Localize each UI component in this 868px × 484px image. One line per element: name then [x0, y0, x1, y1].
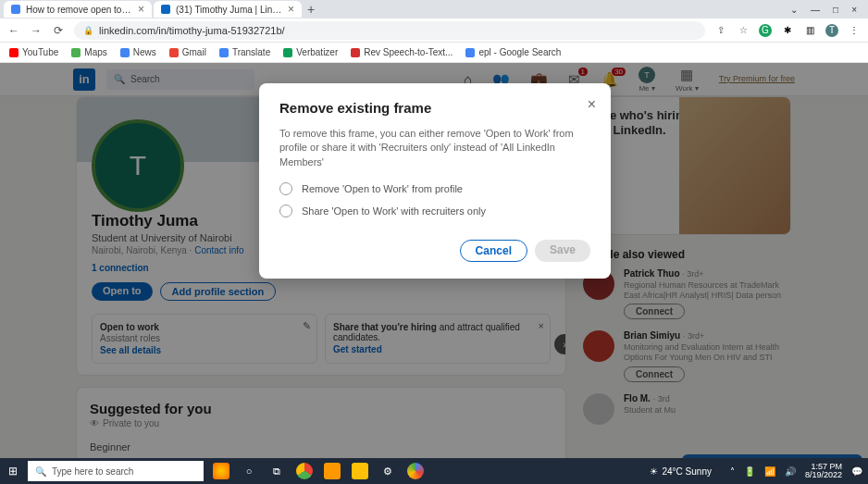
- bookmark-item[interactable]: Rev Speech-to-Text...: [351, 47, 453, 57]
- tab-bar: How to remove open to work c× (31) Timot…: [0, 0, 868, 19]
- page-viewport: in 🔍Search ⌂ 👥 💼 ✉1 🔔30 TMe ▾ ▦Work ▾ Tr…: [0, 63, 868, 484]
- taskbar-search[interactable]: 🔍Type here to search: [28, 461, 204, 481]
- extension-icon[interactable]: G: [759, 24, 772, 37]
- clock[interactable]: 1:57 PM8/19/2022: [805, 463, 842, 479]
- radio-icon: [279, 182, 292, 195]
- close-icon[interactable]: ×: [138, 3, 144, 16]
- notifications-icon[interactable]: 💬: [851, 466, 862, 477]
- app-icon[interactable]: [407, 463, 424, 479]
- close-icon[interactable]: ×: [288, 3, 294, 16]
- extensions-icon[interactable]: ✱: [781, 24, 794, 37]
- chevron-down-icon[interactable]: ⌄: [790, 5, 798, 15]
- explorer-icon[interactable]: [352, 463, 368, 479]
- save-button[interactable]: Save: [535, 240, 590, 262]
- profile-avatar-icon[interactable]: T: [825, 24, 838, 37]
- minimize-icon[interactable]: —: [811, 5, 820, 15]
- url-input[interactable]: 🔒linkedin.com/in/timothy-juma-51932721b/: [74, 21, 705, 40]
- modal-description: To remove this frame, you can either rem…: [279, 127, 590, 169]
- app-icon[interactable]: [324, 463, 341, 479]
- weather-widget[interactable]: ☀24°C Sunny: [650, 466, 711, 477]
- lock-icon: 🔒: [83, 26, 93, 35]
- bookmark-item[interactable]: Verbatizer: [283, 47, 338, 57]
- start-button[interactable]: ⊞: [0, 465, 26, 478]
- address-bar: ← → ⟳ 🔒linkedin.com/in/timothy-juma-5193…: [0, 19, 868, 43]
- bookmark-item[interactable]: News: [120, 47, 156, 57]
- maximize-icon[interactable]: □: [833, 5, 838, 15]
- modal-title: Remove existing frame: [279, 100, 590, 116]
- close-window-icon[interactable]: ×: [851, 5, 857, 15]
- sun-icon: ☀: [650, 466, 658, 477]
- task-view-icon[interactable]: ⧉: [268, 463, 285, 479]
- side-panel-icon[interactable]: ▥: [803, 24, 816, 37]
- cortana-icon[interactable]: ○: [241, 463, 257, 479]
- bookmark-item[interactable]: YouTube: [9, 47, 58, 57]
- browser-chrome: How to remove open to work c× (31) Timot…: [0, 0, 868, 63]
- star-icon[interactable]: ☆: [737, 24, 750, 37]
- remove-frame-modal: × Remove existing frame To remove this f…: [259, 83, 611, 279]
- share-icon[interactable]: ⇪: [714, 24, 727, 37]
- windows-taskbar: ⊞ 🔍Type here to search ○ ⧉ ⚙ ☀24°C Sunny…: [0, 458, 868, 484]
- close-icon[interactable]: ×: [588, 96, 596, 113]
- search-icon: 🔍: [35, 466, 46, 477]
- radio-icon: [279, 205, 292, 217]
- reload-icon[interactable]: ⟳: [52, 24, 65, 37]
- chevron-up-icon[interactable]: ˄: [730, 466, 735, 477]
- radio-option-remove[interactable]: Remove 'Open to Work' from profile: [279, 182, 590, 195]
- bookmark-item[interactable]: epl - Google Search: [465, 47, 561, 57]
- cancel-button[interactable]: Cancel: [460, 240, 527, 262]
- menu-icon[interactable]: ⋮: [848, 24, 861, 37]
- wifi-icon[interactable]: 📶: [764, 466, 775, 477]
- new-tab-button[interactable]: +: [304, 2, 318, 17]
- window-controls: ⌄ — □ ×: [790, 5, 864, 15]
- settings-icon[interactable]: ⚙: [379, 463, 396, 479]
- bookmark-item[interactable]: Maps: [71, 47, 106, 57]
- chrome-icon[interactable]: [296, 463, 313, 479]
- back-icon[interactable]: ←: [7, 24, 20, 37]
- bookmarks-bar: YouTube Maps News Gmail Translate Verbat…: [0, 43, 868, 63]
- forward-icon[interactable]: →: [30, 24, 43, 37]
- app-icon[interactable]: [213, 463, 229, 479]
- bookmark-item[interactable]: Gmail: [169, 47, 206, 57]
- radio-option-recruiters[interactable]: Share 'Open to Work' with recruiters onl…: [279, 205, 590, 217]
- bookmark-item[interactable]: Translate: [219, 47, 270, 57]
- browser-tab[interactable]: (31) Timothy Juma | LinkedIn×: [154, 1, 302, 18]
- battery-icon[interactable]: 🔋: [744, 466, 755, 477]
- volume-icon[interactable]: 🔊: [785, 466, 796, 477]
- browser-tab[interactable]: How to remove open to work c×: [4, 1, 152, 18]
